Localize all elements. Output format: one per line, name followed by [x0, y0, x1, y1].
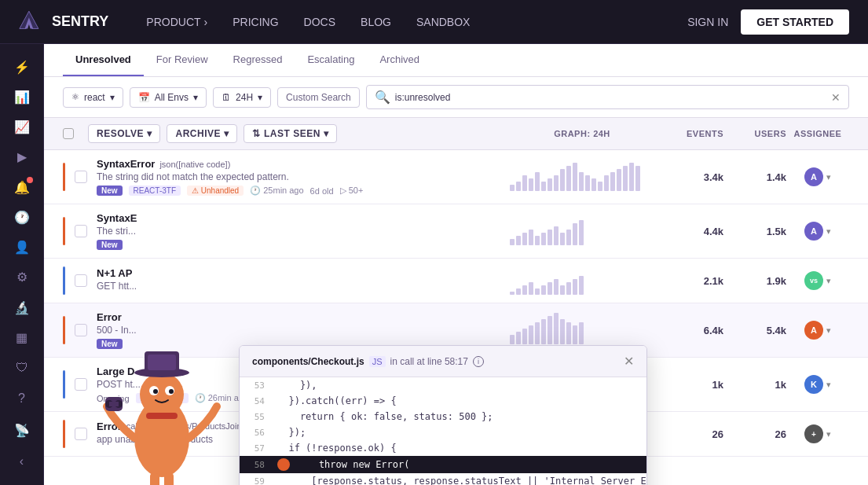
issue-content: N+1 AP GET htt...	[97, 267, 504, 295]
svg-point-4	[153, 389, 158, 394]
alerts-badge	[27, 177, 33, 183]
chevron-down-icon: ▾	[147, 128, 152, 139]
row-checkbox[interactable]	[75, 225, 87, 237]
popup-header: components/Checkout.js JS in call at lin…	[240, 346, 646, 377]
table-row[interactable]: N+1 AP GET htt... 2.1k 1.9k vs ▾	[44, 259, 868, 303]
sidebar-item-replays[interactable]: ▦	[8, 324, 36, 351]
main-layout: ⚡ 📊 📈 ▶ 🔔 🕐 👤 ⚙ 🔬 ▦ 🛡 ? 📡 ‹ Unresolved F…	[0, 44, 868, 485]
popup-filename: components/Checkout.js	[252, 356, 364, 367]
users-col-header: USERS	[723, 129, 786, 138]
sidebar-collapse[interactable]: ‹	[8, 447, 36, 476]
clear-search-button[interactable]: ✕	[831, 91, 841, 104]
nav-sandbox[interactable]: SANDBOX	[416, 16, 470, 28]
clock-icon: 🗓	[222, 92, 231, 103]
filters-row: ⚛ react ▾ 📅 All Envs ▾ 🗓 24H ▾ Custom Se…	[44, 77, 868, 118]
avatar: A	[804, 222, 823, 241]
sidebar-item-performance[interactable]: 📊	[8, 83, 36, 110]
age-meta: 6d old	[310, 186, 334, 196]
sidebar-item-ddm[interactable]: 🛡	[8, 355, 36, 381]
issue-graph	[504, 163, 661, 191]
error-name: SyntaxError	[97, 158, 155, 170]
info-icon[interactable]: i	[473, 356, 484, 367]
error-name: SyntaxE	[97, 212, 137, 224]
events-count: 1k	[661, 379, 723, 391]
chevron-down-icon: ▾	[224, 128, 229, 139]
tab-unresolved[interactable]: Unresolved	[63, 44, 144, 76]
avatar: K	[804, 375, 823, 394]
get-started-button[interactable]: GET STARTED	[741, 9, 849, 35]
search-bar[interactable]: 🔍 is:unresolved ✕	[366, 85, 849, 109]
chevron-down-icon: ▾	[258, 92, 262, 103]
issue-subtitle: The string did not match the expected pa…	[97, 171, 504, 182]
unhandled-tag: ⚠ Unhandled	[187, 186, 244, 196]
issue-meta: New REACT-3TF ⚠ Unhandled 🕐 25min ago 6d…	[97, 186, 504, 196]
chevron-down-icon[interactable]: ▾	[826, 325, 831, 336]
chevron-down-icon[interactable]: ▾	[826, 226, 831, 237]
row-checkbox[interactable]	[75, 428, 87, 440]
sidebar-item-alerts[interactable]: 🔔	[8, 174, 36, 200]
issue-meta: New	[97, 240, 504, 250]
sidebar-item-broadcast[interactable]: 📡	[8, 416, 36, 444]
status-badge: New	[97, 240, 123, 250]
sort-icon: ⇅	[252, 128, 261, 139]
sidebar-item-discover[interactable]: 🕐	[8, 204, 36, 230]
issue-title: SyntaxE	[97, 212, 504, 224]
issue-title: Error	[97, 311, 504, 323]
row-checkbox[interactable]	[75, 378, 87, 391]
row-checkbox[interactable]	[75, 171, 87, 183]
time-filter[interactable]: 🗓 24H ▾	[213, 87, 271, 108]
resolve-button[interactable]: Resolve ▾	[88, 124, 160, 143]
sort-button[interactable]: ⇅ Last Seen ▾	[244, 124, 337, 143]
sidebar-item-dashboards[interactable]: 👤	[8, 234, 36, 261]
tab-archived[interactable]: Archived	[367, 44, 432, 76]
issue-subtitle: The stri...	[97, 226, 504, 237]
severity-bar	[63, 316, 65, 344]
assignee: vs ▾	[786, 271, 849, 290]
nav-blog[interactable]: BLOG	[361, 16, 391, 28]
users-count: 1.9k	[723, 275, 786, 287]
nav-docs[interactable]: DOCS	[304, 16, 335, 28]
sidebar-item-projects[interactable]: ⚙	[8, 264, 36, 291]
all-envs-filter[interactable]: 📅 All Envs ▾	[130, 87, 207, 108]
select-all-checkbox[interactable]	[63, 128, 88, 139]
chevron-down-icon[interactable]: ▾	[826, 172, 831, 182]
chevron-down-icon: ▾	[110, 92, 115, 103]
react-icon: ⚛	[71, 92, 79, 102]
sidebar-item-chart[interactable]: 📈	[8, 114, 36, 141]
chevron-down-icon[interactable]: ▾	[826, 276, 831, 286]
search-icon: 🔍	[375, 90, 390, 105]
tab-for-review[interactable]: For Review	[144, 44, 221, 76]
severity-bar	[63, 266, 65, 295]
events-count: 26	[661, 428, 723, 440]
sidebar-item-help[interactable]: ?	[8, 384, 36, 413]
bulk-actions: Resolve ▾ Archive ▾ ⇅ Last Seen ▾	[88, 124, 337, 143]
nav-product[interactable]: PRODUCT ›	[146, 16, 207, 28]
sidebar: ⚡ 📊 📈 ▶ 🔔 🕐 👤 ⚙ 🔬 ▦ 🛡 ? 📡 ‹	[0, 44, 44, 485]
assignee-col-header: ASSIGNEE	[786, 129, 849, 138]
sign-in-button[interactable]: SIGN IN	[687, 16, 728, 28]
chevron-icon: ›	[204, 16, 208, 28]
row-checkbox[interactable]	[75, 324, 87, 336]
chevron-down-icon: ▾	[193, 92, 198, 103]
code-line: 59 [response.status, response.statusText…	[240, 473, 646, 485]
table-row[interactable]: SyntaxError json([native code]) The stri…	[44, 150, 868, 204]
row-checkbox[interactable]	[75, 274, 87, 287]
issue-title: N+1 AP	[97, 267, 504, 279]
events-col-header: EVENTS	[661, 129, 723, 138]
chevron-down-icon[interactable]: ▾	[826, 429, 831, 439]
error-name: N+1 AP	[97, 267, 132, 279]
react-filter[interactable]: ⚛ react ▾	[63, 87, 123, 108]
code-popup: components/Checkout.js JS in call at lin…	[239, 345, 647, 485]
tab-escalating[interactable]: Escalating	[295, 44, 367, 76]
project-tag: REACT-3TF	[129, 186, 181, 196]
chevron-down-icon[interactable]: ▾	[826, 380, 831, 390]
sidebar-item-releases[interactable]: ▶	[8, 144, 36, 171]
tab-regressed[interactable]: Regressed	[221, 44, 295, 76]
nav-pricing[interactable]: PRICING	[233, 16, 278, 28]
sidebar-item-issues[interactable]: ⚡	[8, 53, 36, 80]
logo[interactable]: SENTRY	[19, 9, 108, 35]
archive-button[interactable]: Archive ▾	[167, 124, 237, 143]
table-row[interactable]: SyntaxE The stri... New 4.4k 1.5k A	[44, 204, 868, 259]
sidebar-item-profiling[interactable]: 🔬	[8, 294, 36, 321]
close-popup-button[interactable]: ✕	[624, 354, 634, 369]
